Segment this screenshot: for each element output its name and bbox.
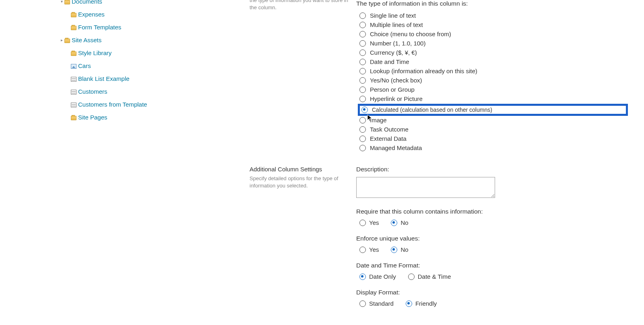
column-type-option[interactable]: Hyperlink or Picture: [356, 95, 628, 104]
nav-item-cars[interactable]: Cars: [66, 60, 250, 72]
nav-link[interactable]: Cars: [78, 61, 91, 71]
option-label: Friendly: [415, 300, 437, 307]
radio-icon[interactable]: [408, 274, 415, 280]
column-type-option[interactable]: Lookup (information already on this site…: [356, 67, 628, 76]
additional-settings-desc: Specify detailed options for the type of…: [250, 175, 348, 189]
option-label: No: [400, 219, 408, 226]
radio-icon[interactable]: [359, 40, 366, 47]
radio-icon[interactable]: [359, 96, 366, 102]
standard-option[interactable]: Standard: [359, 300, 394, 307]
option-label: Currency ($, ¥, €): [370, 49, 417, 56]
radio-icon[interactable]: [359, 220, 366, 226]
list-icon: [71, 103, 76, 107]
radio-icon[interactable]: [359, 22, 366, 28]
column-type-option[interactable]: Managed Metadata: [356, 144, 628, 153]
highlighted-option-calculated[interactable]: Calculated (calculation based on other c…: [358, 104, 628, 116]
list-icon: [71, 77, 76, 82]
option-label: Calculated (calculation based on other c…: [372, 107, 492, 113]
require-label: Require that this column contains inform…: [356, 208, 628, 215]
nav-link[interactable]: Blank List Example: [78, 74, 130, 84]
column-type-option[interactable]: Image: [356, 116, 628, 125]
radio-icon[interactable]: [359, 126, 366, 133]
nav-link[interactable]: Documents: [72, 0, 102, 6]
nav-item-documents[interactable]: ▾ Documents: [60, 0, 250, 8]
radio-icon[interactable]: [359, 77, 366, 84]
option-label: Multiple lines of text: [370, 21, 423, 28]
enforce-label: Enforce unique values:: [356, 235, 628, 242]
column-type-option[interactable]: Number (1, 1.0, 100): [356, 39, 628, 48]
radio-icon[interactable]: [406, 300, 412, 307]
radio-icon[interactable]: [359, 145, 366, 151]
nav-link[interactable]: Style Library: [78, 48, 111, 58]
additional-settings-title: Additional Column Settings: [250, 166, 348, 173]
datetime-format-label: Date and Time Format:: [356, 262, 628, 269]
column-type-option[interactable]: Multiple lines of text: [356, 21, 628, 30]
column-type-options: Single line of textMultiple lines of tex…: [356, 11, 628, 153]
enforce-no-option[interactable]: No: [391, 246, 408, 253]
radio-icon[interactable]: [359, 300, 366, 307]
column-type-option[interactable]: Yes/No (check box): [356, 76, 628, 85]
chevron-down-icon[interactable]: ▾: [60, 0, 64, 5]
option-label: Hyperlink or Picture: [370, 95, 423, 102]
radio-icon[interactable]: [359, 31, 366, 37]
nav-item-form-templates[interactable]: Form Templates: [66, 21, 250, 34]
description-label: Description:: [356, 166, 628, 173]
option-label: Single line of text: [370, 12, 416, 19]
column-type-desc: the type of information you want to stor…: [250, 0, 348, 11]
nav-item-customers-template[interactable]: Customers from Template: [66, 98, 250, 111]
column-type-heading: The type of information in this column i…: [356, 0, 628, 7]
date-only-option[interactable]: Date Only: [359, 273, 396, 280]
nav-link[interactable]: Form Templates: [78, 23, 121, 32]
nav-item-customers[interactable]: Customers: [66, 85, 250, 98]
radio-icon[interactable]: [359, 68, 366, 74]
column-type-option[interactable]: Single line of text: [356, 11, 628, 21]
column-type-option[interactable]: Date and Time: [356, 58, 628, 67]
radio-icon[interactable]: [359, 274, 366, 280]
nav-item-expenses[interactable]: Expenses: [66, 8, 250, 21]
require-yes-option[interactable]: Yes: [359, 219, 379, 226]
require-no-option[interactable]: No: [391, 219, 408, 226]
option-label: Yes: [369, 219, 379, 226]
option-label: Image: [370, 117, 387, 123]
folder-icon: [71, 116, 76, 120]
column-type-option[interactable]: Person or Group: [356, 85, 628, 95]
nav-item-blank-list[interactable]: Blank List Example: [66, 72, 250, 85]
column-type-option[interactable]: External Data: [356, 134, 628, 144]
radio-icon[interactable]: [359, 136, 366, 142]
nav-link[interactable]: Site Assets: [72, 35, 101, 45]
option-label: Managed Metadata: [370, 144, 422, 151]
option-label: Date Only: [369, 273, 396, 280]
option-label: Yes: [369, 246, 379, 253]
nav-link[interactable]: Site Pages: [78, 113, 107, 122]
column-type-option[interactable]: Task Outcome: [356, 125, 628, 134]
list-icon: [71, 90, 76, 95]
radio-icon[interactable]: [391, 247, 397, 253]
nav-link[interactable]: Customers from Template: [78, 100, 147, 109]
column-type-option[interactable]: Choice (menu to choose from): [356, 30, 628, 39]
nav-link[interactable]: Expenses: [78, 10, 105, 19]
friendly-option[interactable]: Friendly: [406, 300, 437, 307]
radio-icon[interactable]: [359, 49, 366, 56]
radio-icon[interactable]: [359, 59, 366, 65]
folder-icon: [71, 13, 76, 17]
nav-item-site-pages[interactable]: Site Pages: [66, 111, 250, 124]
radio-icon[interactable]: [391, 220, 397, 226]
radio-icon[interactable]: [359, 86, 366, 93]
folder-icon: [64, 39, 70, 43]
folder-icon: [71, 51, 76, 56]
nav-item-style-library[interactable]: Style Library: [66, 47, 250, 60]
radio-icon[interactable]: [359, 117, 366, 123]
radio-icon[interactable]: [359, 247, 366, 253]
enforce-yes-option[interactable]: Yes: [359, 246, 379, 253]
display-format-label: Display Format:: [356, 289, 628, 296]
radio-icon[interactable]: [361, 107, 368, 113]
nav-link[interactable]: Customers: [78, 87, 107, 97]
radio-icon[interactable]: [359, 12, 366, 19]
nav-item-site-assets[interactable]: ▸ Site Assets: [60, 34, 250, 47]
chevron-right-icon[interactable]: ▸: [60, 37, 64, 43]
option-label: Person or Group: [370, 86, 415, 93]
description-textarea[interactable]: [356, 177, 495, 198]
column-type-option[interactable]: Currency ($, ¥, €): [356, 48, 628, 58]
option-label: Lookup (information already on this site…: [370, 68, 477, 74]
date-time-option[interactable]: Date & Time: [408, 273, 451, 280]
